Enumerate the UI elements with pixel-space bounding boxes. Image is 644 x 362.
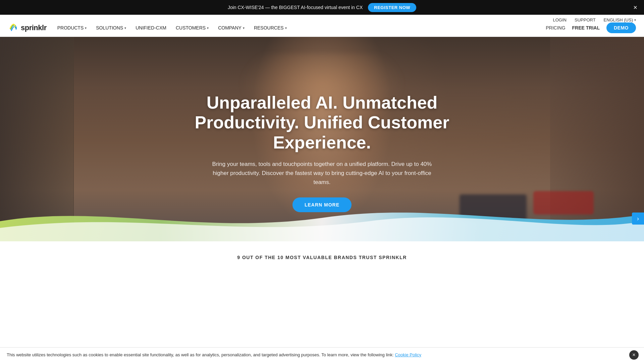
nav-company-label: COMPANY	[218, 25, 241, 31]
login-link[interactable]: LOGIN	[553, 17, 567, 22]
header-top-bar: LOGIN SUPPORT ENGLISH (US) ▾	[0, 15, 644, 22]
nav-resources-label: RESOURCES	[254, 25, 284, 31]
site-logo[interactable]: sprinklr	[8, 22, 47, 33]
announcement-banner: Join CX-WISE'24 — the BIGGEST AI-focused…	[0, 0, 644, 15]
banner-message: Join CX-WISE'24 — the BIGGEST AI-focused…	[228, 5, 363, 10]
nav-products[interactable]: PRODUCTS ▾	[53, 22, 91, 33]
banner-cta-button[interactable]: REGISTER NOW	[368, 3, 416, 12]
nav-resources[interactable]: RESOURCES ▾	[250, 22, 291, 33]
hero-section: Unparalleled AI. Unmatched Productivity.…	[0, 37, 644, 241]
hero-subtitle: Bring your teams, tools and touchpoints …	[208, 160, 436, 187]
nav-products-chevron-icon: ▾	[85, 26, 87, 30]
header-main-bar: sprinklr PRODUCTS ▾ SOLUTIONS ▾ UNIFIED-…	[0, 22, 644, 37]
main-navigation: PRODUCTS ▾ SOLUTIONS ▾ UNIFIED-CXM CUSTO…	[53, 22, 546, 33]
nav-solutions[interactable]: SOLUTIONS ▾	[92, 22, 130, 33]
nav-company-chevron-icon: ▾	[243, 26, 245, 30]
banner-close-button[interactable]: ×	[633, 4, 637, 11]
hero-content: Unparalleled AI. Unmatched Productivity.…	[0, 50, 644, 241]
nav-solutions-label: SOLUTIONS	[96, 25, 123, 31]
logo-text: sprinklr	[21, 23, 47, 32]
language-chevron-icon: ▾	[634, 18, 636, 22]
language-selector[interactable]: ENGLISH (US) ▾	[604, 17, 636, 22]
nav-unified-cxm-label: UNIFIED-CXM	[136, 25, 166, 31]
demo-button[interactable]: DEMO	[606, 22, 636, 33]
hero-title: Unparalleled AI. Unmatched Productivity.…	[191, 93, 453, 153]
trust-section: 9 OUT OF THE 10 MOST VALUABLE BRANDS TRU…	[0, 241, 644, 267]
nav-unified-cxm[interactable]: UNIFIED-CXM	[131, 22, 170, 33]
nav-company[interactable]: COMPANY ▾	[214, 22, 249, 33]
logo-icon	[8, 22, 19, 33]
language-label: ENGLISH (US)	[604, 17, 633, 22]
nav-products-label: PRODUCTS	[57, 25, 84, 31]
trust-statement: 9 OUT OF THE 10 MOST VALUABLE BRANDS TRU…	[0, 255, 644, 260]
pricing-link[interactable]: PRICING	[546, 25, 565, 31]
nav-customers-chevron-icon: ▾	[207, 26, 209, 30]
nav-customers-label: CUSTOMERS	[176, 25, 206, 31]
hero-learn-more-button[interactable]: LEARN MORE	[292, 197, 352, 212]
side-arrow-button[interactable]: ›	[632, 213, 644, 225]
support-link[interactable]: SUPPORT	[575, 17, 596, 22]
free-trial-link[interactable]: FREE TRIAL	[572, 25, 600, 31]
nav-resources-chevron-icon: ▾	[285, 26, 287, 30]
nav-solutions-chevron-icon: ▾	[124, 26, 126, 30]
site-header: LOGIN SUPPORT ENGLISH (US) ▾ sprinklr PR…	[0, 15, 644, 37]
nav-customers[interactable]: CUSTOMERS ▾	[172, 22, 213, 33]
